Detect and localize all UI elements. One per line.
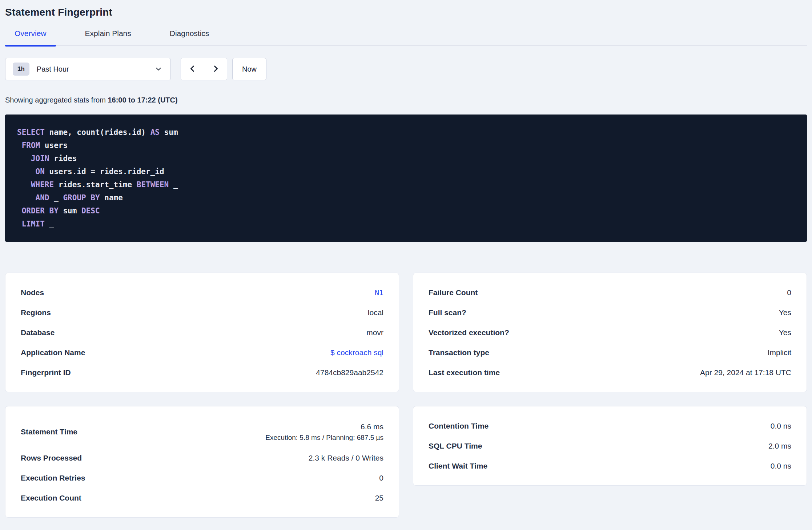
row-value: 0.0 ns <box>771 462 791 470</box>
row-value: 25 <box>375 494 383 502</box>
row-label: Full scan? <box>429 308 466 317</box>
statement-details-card: Nodes N1 Regions local Database movr App… <box>5 273 399 392</box>
aggregated-stats-prefix: Showing aggregated stats from <box>5 96 108 104</box>
fingerprint-id-value: 4784cb829aab2542 <box>316 368 383 377</box>
sql-statement-box: SELECT name, count(rides.id) AS sum FROM… <box>5 115 807 242</box>
row-label: Client Wait Time <box>429 462 487 470</box>
time-range-dropdown[interactable]: 1h Past Hour <box>5 58 171 80</box>
sql-line: FROM users <box>17 139 795 152</box>
row-label: Failure Count <box>429 288 478 297</box>
sql-line: ORDER BY sum DESC <box>17 204 795 217</box>
summary-row: Regions local <box>21 302 383 322</box>
row-label: Nodes <box>21 288 44 297</box>
application-name-link[interactable]: $ cockroach sql <box>330 348 383 357</box>
aggregated-stats-range: 16:00 to 17:22 (UTC) <box>108 96 177 104</box>
row-label: Execution Count <box>21 494 81 502</box>
row-label: Regions <box>21 308 51 317</box>
summary-row: Execution Count 25 <box>21 488 383 508</box>
sql-line: JOIN rides <box>17 152 795 165</box>
chevron-left-icon <box>188 64 197 74</box>
summary-row: Last execution time Apr 29, 2024 at 17:1… <box>429 362 791 382</box>
summary-row: Nodes N1 <box>21 282 383 302</box>
sql-line: AND _ GROUP BY name <box>17 191 795 204</box>
row-value: Yes <box>779 328 791 337</box>
row-label: SQL CPU Time <box>429 442 482 450</box>
summary-row: Rows Processed 2.3 k Reads / 0 Writes <box>21 448 383 468</box>
sql-line: ON users.id = rides.rider_id <box>17 165 795 178</box>
page-title: Statement Fingerprint <box>5 0 807 18</box>
row-value: Apr 29, 2024 at 17:18 UTC <box>700 368 791 377</box>
execution-attributes-card: Failure Count 0 Full scan? Yes Vectorize… <box>413 273 807 392</box>
tab-overview[interactable]: Overview <box>5 29 56 45</box>
row-value: 0 <box>379 474 383 482</box>
statement-fingerprint-page: Statement Fingerprint Overview Explain P… <box>0 0 812 523</box>
summary-row: Database movr <box>21 322 383 342</box>
summary-row: SQL CPU Time 2.0 ms <box>429 436 791 456</box>
row-subvalue: Execution: 5.8 ms / Planning: 687.5 µs <box>265 434 383 442</box>
summary-row: Vectorized execution? Yes <box>429 322 791 342</box>
summary-row: Failure Count 0 <box>429 282 791 302</box>
now-button[interactable]: Now <box>232 58 266 80</box>
row-value-block: 6.6 ms Execution: 5.8 ms / Planning: 687… <box>265 422 383 442</box>
summary-row: Fingerprint ID 4784cb829aab2542 <box>21 362 383 382</box>
row-value: local <box>368 308 383 317</box>
summary-row: Transaction type Implicit <box>429 342 791 362</box>
row-value: 0.0 ns <box>771 422 791 430</box>
summary-row: Client Wait Time 0.0 ns <box>429 456 791 476</box>
row-label: Transaction type <box>429 348 489 357</box>
row-label: Execution Retries <box>21 474 85 482</box>
row-value: 0 <box>787 288 791 297</box>
tab-explain-plans[interactable]: Explain Plans <box>76 29 141 45</box>
row-label: Statement Time <box>21 427 77 436</box>
chevron-right-icon <box>211 64 220 74</box>
next-time-button[interactable] <box>204 58 227 80</box>
time-controls: 1h Past Hour Now <box>5 58 807 80</box>
row-label: Vectorized execution? <box>429 328 509 337</box>
aggregated-stats-text: Showing aggregated stats from 16:00 to 1… <box>5 96 807 104</box>
sql-line: WHERE rides.start_time BETWEEN _ <box>17 178 795 191</box>
wait-time-card: Contention Time 0.0 ns SQL CPU Time 2.0 … <box>413 406 807 486</box>
row-label: Application Name <box>21 348 85 357</box>
row-label: Last execution time <box>429 368 500 377</box>
sql-line: LIMIT _ <box>17 217 795 230</box>
row-value: movr <box>366 328 383 337</box>
row-label: Rows Processed <box>21 454 82 462</box>
row-label: Fingerprint ID <box>21 368 71 377</box>
time-range-badge: 1h <box>13 63 29 76</box>
row-value: Implicit <box>768 348 791 357</box>
row-label: Contention Time <box>429 422 489 430</box>
row-value: 2.3 k Reads / 0 Writes <box>309 454 383 462</box>
chevron-down-icon <box>154 65 162 73</box>
statement-timing-card: Statement Time 6.6 ms Execution: 5.8 ms … <box>5 406 399 518</box>
summary-row: Full scan? Yes <box>429 302 791 322</box>
time-step-buttons <box>181 58 227 80</box>
time-range-label: Past Hour <box>37 65 69 73</box>
row-value: Yes <box>779 308 791 317</box>
tab-bar: Overview Explain Plans Diagnostics <box>5 29 807 46</box>
node-link[interactable]: N1 <box>375 288 383 297</box>
summary-row: Execution Retries 0 <box>21 468 383 488</box>
summary-row: Statement Time 6.6 ms Execution: 5.8 ms … <box>21 416 383 448</box>
row-label: Database <box>21 328 55 337</box>
tab-diagnostics[interactable]: Diagnostics <box>160 29 219 45</box>
summary-cards: Nodes N1 Regions local Database movr App… <box>5 273 807 523</box>
summary-row: Contention Time 0.0 ns <box>429 416 791 436</box>
row-value: 2.0 ms <box>768 442 791 450</box>
sql-line: SELECT name, count(rides.id) AS sum <box>17 126 795 139</box>
summary-row: Application Name $ cockroach sql <box>21 342 383 362</box>
previous-time-button[interactable] <box>181 58 204 80</box>
row-value: 6.6 ms <box>361 422 383 431</box>
